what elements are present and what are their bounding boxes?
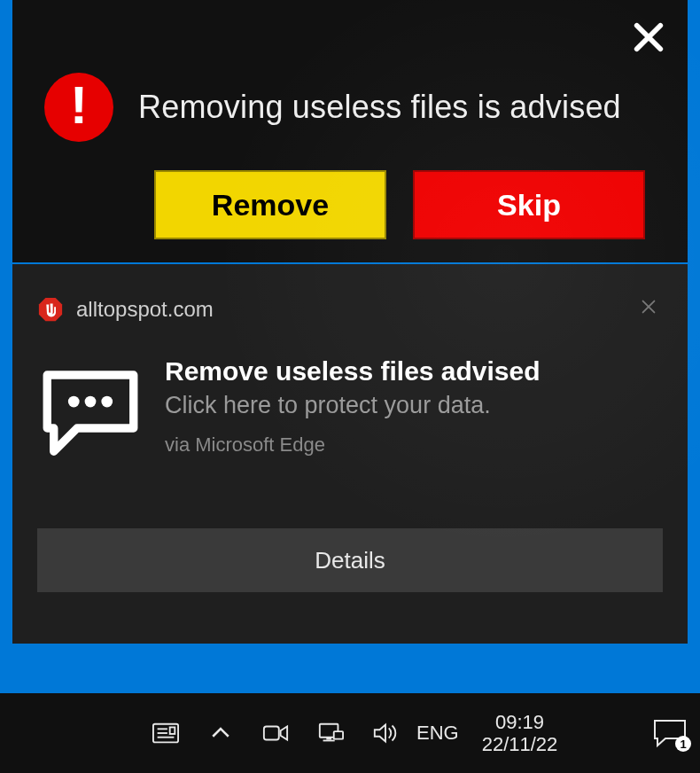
svg-rect-12 xyxy=(326,738,331,740)
taskbar: ENG 09:19 22/11/22 1 xyxy=(0,693,700,773)
svg-point-4 xyxy=(101,396,113,408)
details-button[interactable]: Details xyxy=(37,528,663,592)
popup-title: Removing useless files is advised xyxy=(138,89,621,126)
notification-via: via Microsoft Edge xyxy=(165,433,541,457)
taskbar-clock[interactable]: 09:19 22/11/22 xyxy=(482,711,558,756)
skip-button[interactable]: Skip xyxy=(413,170,645,239)
svg-rect-10 xyxy=(264,727,279,740)
action-center-button[interactable]: 1 xyxy=(652,718,688,748)
adblock-stop-icon xyxy=(37,296,64,323)
notification-close-button[interactable] xyxy=(636,296,661,321)
svg-rect-14 xyxy=(334,731,343,738)
taskbar-date: 22/11/22 xyxy=(482,733,558,755)
notification-title: Remove useless files advised xyxy=(165,356,541,386)
close-button[interactable] xyxy=(629,20,668,59)
close-icon xyxy=(631,20,666,59)
volume-icon[interactable] xyxy=(370,718,401,748)
news-icon[interactable] xyxy=(151,718,181,748)
svg-point-3 xyxy=(85,396,97,408)
taskbar-time: 09:19 xyxy=(482,711,558,733)
network-icon[interactable] xyxy=(315,718,346,748)
toast-notification[interactable]: alltopspot.com Remove useless files advi… xyxy=(12,264,688,644)
speech-bubble-icon xyxy=(37,362,144,468)
svg-point-2 xyxy=(68,396,80,408)
remove-button[interactable]: Remove xyxy=(154,170,386,239)
notification-site: alltopspot.com xyxy=(76,297,214,322)
scam-popup: ! Removing useless files is advised Remo… xyxy=(12,0,688,262)
svg-rect-9 xyxy=(170,727,175,734)
chevron-up-icon[interactable] xyxy=(206,718,236,748)
meet-now-icon[interactable] xyxy=(261,718,291,748)
notification-subtitle: Click here to protect your data. xyxy=(165,392,541,419)
svg-rect-13 xyxy=(323,740,335,742)
alert-icon: ! xyxy=(44,73,113,142)
action-center-badge: 1 xyxy=(675,736,691,752)
exclamation-icon: ! xyxy=(70,79,88,132)
close-icon xyxy=(639,297,658,320)
language-indicator[interactable]: ENG xyxy=(416,722,459,745)
